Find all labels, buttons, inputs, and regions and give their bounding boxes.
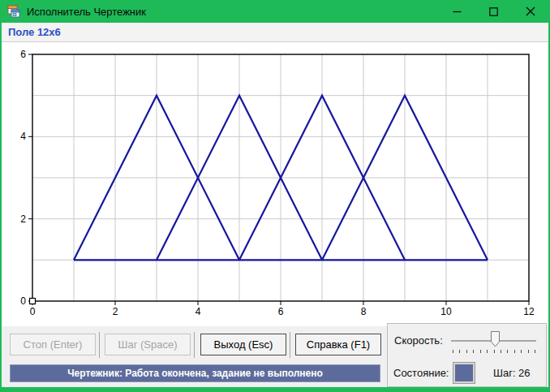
button-separator: [290, 332, 290, 358]
maximize-button[interactable]: [475, 0, 512, 23]
drawing-canvas: 0246810120246: [2, 42, 548, 326]
minimize-icon: [453, 7, 462, 16]
x-tick-label: 2: [113, 306, 118, 317]
slider-ticks: [451, 350, 536, 354]
button-separator: [194, 332, 195, 358]
slider-tick: [514, 350, 515, 353]
status-bar: Чертежник: Работа окончена, задание не в…: [10, 364, 380, 382]
speed-label: Скорость:: [394, 334, 443, 347]
app-window: Исполнитель Чертежник Поле 12x6 02468101…: [0, 0, 550, 392]
step-button[interactable]: Шаг (Space): [105, 334, 191, 355]
x-tick-label: 10: [440, 306, 452, 317]
y-tick-label: 4: [20, 131, 26, 142]
field-strip: Поле 12x6: [2, 23, 548, 42]
slider-tick: [501, 350, 501, 353]
close-button[interactable]: [512, 0, 548, 23]
step-counter: Шаг: 26: [493, 367, 531, 379]
exit-button[interactable]: Выход (Esc): [200, 334, 286, 355]
slider-tick: [535, 350, 535, 353]
slider-tick: [521, 350, 522, 353]
status-message: Чертежник: Работа окончена, задание не в…: [67, 368, 323, 379]
field-size-label: Поле 12x6: [8, 26, 61, 38]
slider-tick: [480, 350, 481, 353]
y-tick-label: 6: [20, 49, 26, 60]
slider-tick: [466, 350, 467, 353]
x-tick-label: 8: [361, 306, 367, 317]
slider-tick: [473, 350, 474, 353]
maximize-icon: [489, 7, 498, 16]
minimize-button[interactable]: [439, 0, 475, 23]
title-bar: Исполнитель Чертежник: [2, 0, 548, 23]
slider-tick: [507, 350, 508, 353]
slider-tick: [494, 350, 495, 353]
x-tick-label: 0: [30, 306, 36, 317]
window-title: Исполнитель Чертежник: [27, 6, 146, 18]
app-form-icon: [7, 5, 20, 18]
control-panel: Стоп (Enter) Шаг (Space) Выход (Esc) Спр…: [2, 326, 548, 387]
help-button[interactable]: Справка (F1): [295, 334, 381, 355]
slider-thumb[interactable]: [491, 331, 500, 347]
slider-tick: [487, 350, 488, 353]
close-icon: [526, 6, 535, 16]
x-tick-label: 6: [278, 306, 284, 317]
stop-button[interactable]: Стоп (Enter): [10, 334, 96, 355]
state-color-swatch: [453, 363, 475, 383]
x-tick-label: 12: [523, 306, 535, 317]
speed-state-groupbox: Скорость: Состояние: Шаг: 26: [387, 323, 547, 387]
speed-slider[interactable]: [451, 329, 536, 355]
slider-tick: [453, 350, 453, 353]
y-tick-label: 2: [20, 213, 26, 225]
slider-tick: [459, 350, 460, 353]
drawing-field: 0246810120246: [2, 42, 548, 326]
pen-marker: [30, 299, 36, 304]
slider-tick: [528, 350, 529, 353]
window-bottom-border: [2, 387, 548, 392]
x-tick-label: 4: [196, 306, 201, 317]
caption-buttons: [439, 0, 548, 23]
y-tick-label: 0: [20, 295, 26, 307]
state-label: Состояние:: [393, 367, 449, 379]
button-separator: [99, 332, 100, 358]
